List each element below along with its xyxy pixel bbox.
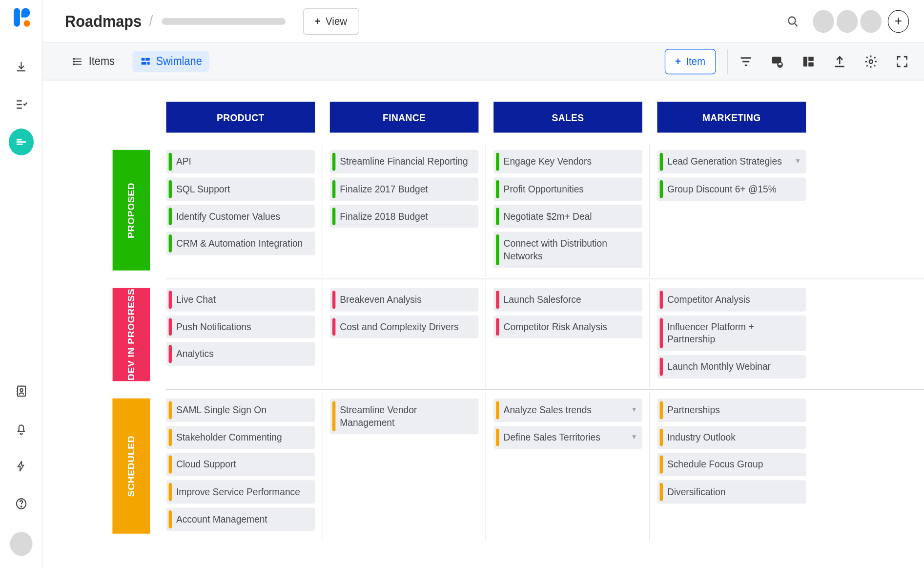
panel-icon[interactable]	[801, 54, 815, 68]
card[interactable]: API	[166, 150, 315, 173]
card[interactable]: Engage Key Vendors	[493, 150, 642, 173]
svg-rect-8	[141, 58, 144, 60]
card-stripe	[169, 510, 172, 528]
card[interactable]: Negotiate $2m+ Deal	[493, 205, 642, 228]
main-area: Roadmaps / + View + Items Swimlane	[42, 0, 924, 568]
lane-dev: DEV IN PROGRESSLive ChatPush Notificatio…	[112, 288, 924, 381]
card-stripe	[169, 483, 172, 501]
card-title: Identify Customer Values	[176, 210, 280, 223]
lane-col: APISQL SupportIdentify Customer ValuesCR…	[166, 150, 315, 271]
fullscreen-icon[interactable]	[895, 54, 909, 68]
card-stripe	[169, 345, 172, 363]
avatar[interactable]	[860, 10, 882, 33]
svg-rect-16	[808, 62, 814, 66]
card[interactable]: Competitor Analysis	[657, 288, 806, 311]
add-item-button[interactable]: + Item	[664, 48, 716, 74]
avatar[interactable]	[813, 10, 834, 33]
card[interactable]: Streamline Vendor Management	[330, 399, 479, 434]
search-icon[interactable]	[784, 12, 801, 30]
card[interactable]: Partnerships	[657, 399, 806, 422]
user-avatar[interactable]	[10, 532, 32, 556]
card-stripe	[496, 153, 499, 171]
card-title: Lead Generation Strategies	[667, 155, 782, 168]
card-stripe	[660, 180, 663, 198]
add-view-button[interactable]: + View	[303, 8, 359, 35]
card[interactable]: Breakeven Analysis	[330, 288, 479, 311]
gear-icon[interactable]	[864, 54, 878, 68]
card[interactable]: Define Sales Territories▼	[493, 426, 642, 449]
card[interactable]: Schedule Focus Group	[657, 453, 806, 476]
contacts-icon[interactable]	[8, 378, 33, 405]
card-stripe	[660, 358, 663, 376]
lane-proposed: PROPOSEDAPISQL SupportIdentify Customer …	[112, 150, 924, 271]
card-stripe	[496, 428, 499, 446]
link-card-icon[interactable]	[770, 54, 784, 68]
card[interactable]: Cost and Complexity Drivers	[330, 315, 479, 338]
title-placeholder[interactable]	[162, 18, 285, 24]
card[interactable]: Finalize 2017 Budget	[330, 177, 479, 201]
lane-scheduled: SCHEDULEDSAML Single Sign OnStakeholder …	[112, 399, 924, 534]
export-icon[interactable]	[833, 54, 846, 68]
card[interactable]: Analytics	[166, 342, 315, 366]
svg-point-7	[74, 63, 75, 64]
card[interactable]: CRM & Automation Integration	[166, 232, 315, 255]
view-button-label: View	[326, 15, 347, 27]
help-icon[interactable]	[8, 490, 33, 517]
card[interactable]: Stakeholder Commenting	[166, 426, 315, 449]
card-title: Cost and Complexity Drivers	[340, 320, 458, 333]
card-stripe	[496, 180, 499, 198]
card[interactable]: Influencer Platform + Partnership	[657, 315, 806, 351]
list-check-icon[interactable]	[8, 91, 33, 118]
card[interactable]: Lead Generation Strategies▼	[657, 150, 806, 173]
card[interactable]: Live Chat	[166, 288, 315, 311]
card-title: Breakeven Analysis	[340, 293, 422, 306]
filter-icon[interactable]	[739, 54, 753, 68]
card[interactable]: Identify Customer Values	[166, 205, 315, 228]
card-stripe	[660, 291, 663, 309]
card[interactable]: Launch Monthly Webinar	[657, 355, 806, 379]
chevron-down-icon[interactable]: ▼	[795, 157, 801, 166]
card-title: Competitor Analysis	[667, 293, 750, 306]
card[interactable]: Group Discount 6+ @15%	[657, 177, 806, 201]
lane-col: Live ChatPush NotificationsAnalytics	[166, 288, 315, 381]
svg-point-17	[869, 60, 873, 63]
bell-icon[interactable]	[8, 415, 33, 442]
card-stripe	[660, 483, 663, 501]
avatar[interactable]	[837, 10, 858, 33]
card[interactable]: SAML Single Sign On	[166, 399, 315, 422]
svg-point-3	[21, 506, 21, 507]
card[interactable]: Improve Service Performance	[166, 480, 315, 504]
chevron-down-icon[interactable]: ▼	[631, 433, 637, 442]
card-stripe	[496, 291, 499, 309]
card[interactable]: Profit Opportunities	[493, 177, 642, 201]
card-stripe	[496, 234, 499, 265]
tab-items[interactable]: Items	[65, 51, 122, 72]
swimlane-nav-icon[interactable]	[8, 128, 33, 155]
svg-rect-14	[803, 56, 807, 66]
card-title: Industry Outlook	[667, 431, 736, 444]
card[interactable]: SQL Support	[166, 177, 315, 201]
card-stripe	[169, 207, 172, 225]
top-bar: Roadmaps / + View +	[42, 0, 924, 43]
card[interactable]: Competitor Risk Analysis	[493, 315, 642, 338]
card[interactable]: Account Management	[166, 507, 315, 531]
chevron-down-icon[interactable]: ▼	[631, 406, 637, 414]
card[interactable]: Connect with Distribution Networks	[493, 232, 642, 268]
card[interactable]: Launch Salesforce	[493, 288, 642, 311]
card-title: Cloud Support	[176, 458, 236, 471]
collaborator-avatars	[813, 10, 882, 33]
bolt-icon[interactable]	[8, 453, 33, 480]
card[interactable]: Push Notifications	[166, 315, 315, 338]
card[interactable]: Cloud Support	[166, 453, 315, 476]
svg-point-1	[20, 389, 22, 392]
card-stripe	[496, 207, 499, 225]
card[interactable]: Analyze Sales trends▼	[493, 399, 642, 422]
card[interactable]: Industry Outlook	[657, 426, 806, 449]
card-title: Influencer Platform + Partnership	[667, 320, 799, 345]
card[interactable]: Finalize 2018 Budget	[330, 205, 479, 228]
tab-swimlane[interactable]: Swimlane	[132, 51, 209, 72]
add-collaborator-button[interactable]: +	[888, 10, 909, 33]
import-icon[interactable]	[8, 54, 33, 81]
card[interactable]: Streamline Financial Reporting	[330, 150, 479, 173]
card[interactable]: Diversification	[657, 480, 806, 504]
